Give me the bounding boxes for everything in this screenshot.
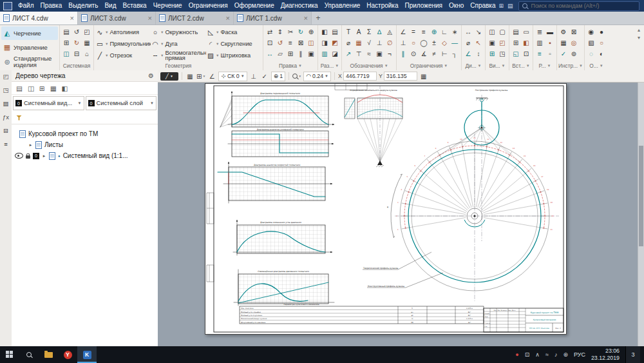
tool-icon-button[interactable]: ● — [596, 26, 607, 37]
tool-icon-button[interactable]: ◩ — [330, 37, 340, 48]
tray-icon[interactable]: ≈ — [545, 351, 549, 358]
tool-icon-button[interactable]: √ — [364, 37, 374, 48]
filter-funnel-icon[interactable] — [16, 115, 22, 121]
menu-item[interactable]: Файл — [15, 0, 37, 12]
rounding-dropdown[interactable]: ◠ 0.24 ▼ — [303, 72, 331, 81]
tool-icon-button[interactable]: ◪ — [330, 48, 340, 59]
menu-item[interactable]: Справка — [467, 0, 498, 12]
tab-close-icon[interactable]: × — [304, 15, 308, 22]
tool-icon-button[interactable]: ≣ — [535, 26, 545, 37]
tool-icon-button[interactable]: ∗ — [450, 26, 460, 37]
zoom-scale-field[interactable]: ⊕ 1 — [271, 72, 285, 81]
tool-icon-button[interactable]: ⊞ — [511, 37, 521, 48]
current-layer-dropdown[interactable]: 0 Системный слой ▼ — [86, 96, 157, 110]
start-button[interactable] — [0, 346, 19, 363]
strip-icon[interactable]: ◰ — [3, 73, 9, 80]
tool-icon-button[interactable]: ✂ — [285, 26, 296, 37]
keyboard-icon[interactable]: ▦ — [419, 73, 428, 80]
tool-icon-button[interactable]: ∟ — [439, 26, 450, 37]
tool-icon-button[interactable]: ⊕ — [429, 26, 439, 37]
strip-icon[interactable]: ⊟ — [3, 127, 8, 134]
tool-icon-button[interactable]: ▥ — [535, 37, 545, 48]
style-button[interactable]: ╱▼ — [160, 72, 178, 81]
y-coordinate-field[interactable]: Y 316.135 — [379, 72, 417, 81]
tool-icon-button[interactable]: ⊠ — [569, 26, 579, 37]
tool-icon-button[interactable]: ▣ — [374, 48, 384, 59]
tool-icon-button[interactable]: ⌀ — [463, 37, 473, 48]
tray-icon[interactable]: ● — [515, 351, 518, 358]
menu-item[interactable]: Вставка — [119, 0, 149, 12]
tool-icon-button[interactable]: ○ — [408, 37, 419, 48]
ribbon-section-label[interactable]: Ви...▼ — [487, 61, 507, 70]
grid-snap-icon[interactable]: ⊞▼ — [196, 73, 205, 80]
magnifier-icon[interactable]: ▼ — [292, 74, 301, 79]
tool-icon-button[interactable]: ± — [429, 37, 439, 48]
visibility-eye-icon[interactable] — [15, 153, 23, 159]
panelset-tab[interactable]: ⊚Стандартные изделия — [1, 55, 58, 69]
tool-icon-button[interactable]: ▤ — [330, 26, 340, 37]
tray-icon[interactable]: ♪ — [554, 351, 558, 358]
tool-icon-button[interactable]: ↗ — [343, 48, 354, 59]
ortho-mode-icon[interactable]: ⊥ — [249, 73, 258, 80]
tool-icon-button[interactable]: ⇕ — [275, 26, 285, 37]
tool-icon-button[interactable]: ⊞ — [61, 37, 71, 48]
tool-icon-button[interactable]: ⊚ — [569, 48, 579, 59]
tool-icon-button[interactable]: ▣ — [306, 48, 316, 59]
current-view-dropdown[interactable]: 0 Системный вид... ▼ — [13, 96, 84, 110]
ribbon-section-label[interactable]: О...▼ — [586, 61, 607, 70]
tool-icon-button[interactable]: T — [343, 26, 354, 37]
tool-icon-button[interactable]: ⊡ — [265, 37, 275, 48]
tool-icon-button[interactable]: ◐ — [596, 48, 607, 59]
tool-icon-button[interactable]: ◳ — [497, 48, 507, 59]
tool-icon-button[interactable]: ∆ — [374, 26, 384, 37]
tray-icon[interactable]: ⊡ — [525, 351, 530, 358]
tool-icon-button[interactable]: ◰ — [497, 37, 507, 48]
tool-icon-button[interactable]: ⊙ — [408, 48, 419, 59]
menu-item[interactable]: Ограничения — [185, 0, 231, 12]
tree-toolbar-icon[interactable]: ▤ — [16, 84, 23, 92]
tool-icon-button[interactable]: ▭ — [521, 26, 531, 37]
tool-icon-button[interactable]: ▦ — [82, 37, 92, 48]
tool-icon-button[interactable]: ◌ — [586, 48, 596, 59]
tool-icon-button[interactable]: ◎ — [569, 37, 579, 48]
tab-close-icon[interactable]: × — [70, 15, 74, 22]
panelset-tab[interactable]: ◭Черчение — [1, 26, 58, 40]
tool-icon-button[interactable]: ▦ — [558, 37, 569, 48]
tool-icon-button[interactable]: ≠ — [429, 48, 439, 59]
expander-icon[interactable]: ▸ — [42, 153, 46, 159]
yandex-browser-button[interactable]: Y — [58, 346, 77, 363]
ribbon-section-label[interactable]: Инстр...▼ — [558, 61, 583, 70]
tool-icon-button[interactable]: ⊞ — [285, 48, 296, 59]
tool-icon-button[interactable]: ⊟ — [71, 48, 82, 59]
ribbon-section-label[interactable]: Р...▼ — [535, 61, 555, 70]
document-tab[interactable]: ЛИСТ 2.cdw× — [156, 12, 234, 25]
drawing-canvas[interactable]: Диаграмма перемещений толкателя Диаграмм… — [158, 83, 644, 346]
tool-icon-button[interactable]: ○ — [596, 37, 607, 48]
menu-item[interactable]: Правка — [37, 0, 65, 12]
layers-icon[interactable]: ▦ — [185, 73, 194, 80]
tool-button[interactable]: ╌▼Вспомогательная прямая — [151, 50, 206, 61]
tool-icon-button[interactable]: ⌂ — [82, 48, 92, 59]
tool-button[interactable]: ▨▼Штриховка — [206, 50, 261, 61]
collapse-up-icon[interactable]: ▴ — [638, 27, 640, 33]
tool-icon-button[interactable]: ↻ — [71, 37, 82, 48]
tool-icon-button[interactable]: ◯ — [419, 37, 429, 48]
tool-icon-button[interactable]: = — [408, 26, 419, 37]
document-tab[interactable]: ЛИСТ 3.cdw× — [78, 12, 156, 25]
tool-icon-button[interactable]: ▦ — [354, 37, 364, 48]
tool-button[interactable]: ◺▼Фаска — [206, 26, 261, 38]
tool-icon-button[interactable]: ∅ — [384, 37, 395, 48]
tool-icon-button[interactable]: ▱ — [275, 48, 285, 59]
gear-icon[interactable]: ⚙ — [148, 72, 154, 79]
command-search-input[interactable] — [530, 2, 636, 10]
tool-icon-button[interactable]: ∥ — [296, 48, 306, 59]
lock-icon[interactable] — [26, 155, 30, 159]
new-document-button[interactable]: + — [312, 12, 325, 25]
tool-icon-button[interactable]: ◇ — [439, 37, 450, 48]
tool-icon-button[interactable]: ◨ — [319, 37, 330, 48]
tool-icon-button[interactable]: ▤ — [511, 26, 521, 37]
command-search-box[interactable] — [518, 1, 639, 11]
ribbon-section-label[interactable]: Геометрия — [95, 61, 261, 70]
tool-icon-button[interactable]: Σ — [364, 26, 374, 37]
tab-close-icon[interactable]: × — [226, 15, 230, 22]
